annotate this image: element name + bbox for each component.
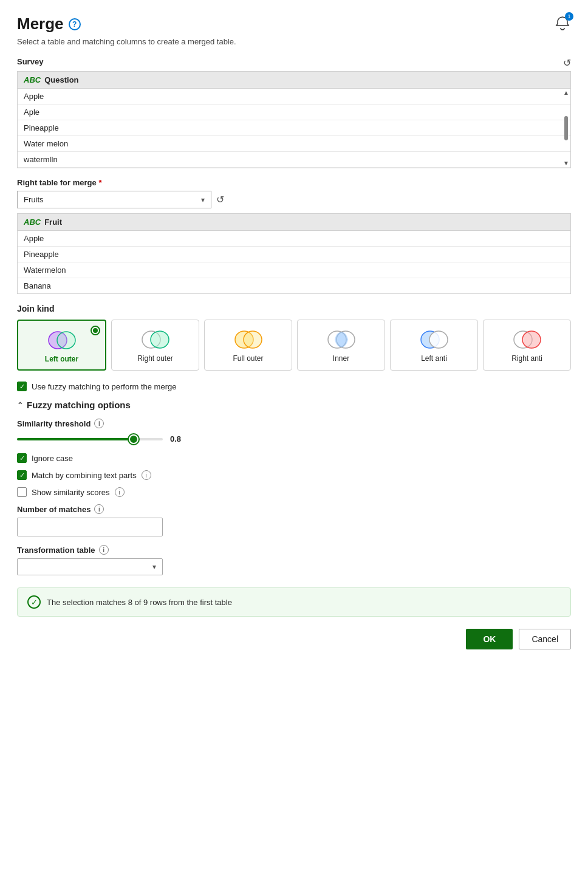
fuzzy-matching-label: Use fuzzy matching to perform the merge <box>32 382 176 391</box>
fuzzy-matching-row: Use fuzzy matching to perform the merge <box>17 382 571 391</box>
join-option-full-outer[interactable]: Full outer <box>204 320 292 371</box>
inner-icon <box>326 329 357 351</box>
table-row: Pineapple <box>18 120 570 136</box>
join-option-right-anti[interactable]: Right anti <box>483 320 571 371</box>
join-left-outer-label: Left outer <box>45 355 78 363</box>
right-table-label: Right table for merge * <box>17 178 571 187</box>
join-option-inner[interactable]: Inner <box>297 320 385 371</box>
scroll-bar[interactable]: ▲ ▼ <box>563 89 569 168</box>
survey-label: Survey <box>17 57 43 66</box>
notification-icon[interactable]: 1 <box>554 15 571 33</box>
right-col-name: Fruit <box>44 217 62 227</box>
survey-table-header: ABC Question <box>18 72 570 89</box>
join-kind-label: Join kind <box>17 304 571 313</box>
right-anti-icon <box>511 329 543 351</box>
survey-col-name: Question <box>44 75 78 84</box>
scroll-thumb[interactable] <box>564 116 568 140</box>
fuzzy-section-title: ⌃ Fuzzy matching options <box>17 400 571 410</box>
table-row: Aple <box>18 104 570 120</box>
right-table-dropdown-row: Fruits ▾ ↺ <box>17 191 571 208</box>
button-row: OK Cancel <box>17 629 571 649</box>
right-table-selected: Fruits <box>24 195 44 204</box>
scroll-down-arrow[interactable]: ▼ <box>563 160 569 166</box>
ignore-case-label: Ignore case <box>32 454 73 463</box>
right-table-dropdown[interactable]: Fruits ▾ <box>17 191 211 208</box>
header: Merge ? 1 <box>17 15 571 33</box>
page-title: Merge <box>17 15 64 33</box>
join-left-anti-label: Left anti <box>421 354 447 363</box>
transformation-label: Transformation table i <box>17 545 571 555</box>
transformation-info-icon[interactable]: i <box>99 545 109 555</box>
table-row: Water melon <box>18 136 570 152</box>
cancel-button[interactable]: Cancel <box>519 629 571 649</box>
right-table-refresh-icon[interactable]: ↺ <box>216 194 224 205</box>
table-row: watermlln <box>18 152 570 168</box>
svg-point-3 <box>151 331 169 348</box>
right-outer-icon <box>140 329 171 351</box>
survey-section-header: Survey ↺ <box>17 57 571 69</box>
table-row: Watermelon <box>18 262 570 278</box>
join-option-right-outer[interactable]: Right outer <box>111 320 199 371</box>
full-outer-icon <box>233 329 264 351</box>
slider-row: 0.8 <box>17 434 571 443</box>
show-similarity-info-icon[interactable]: i <box>115 487 125 497</box>
join-right-outer-label: Right outer <box>137 354 173 363</box>
join-inner-label: Inner <box>333 354 349 363</box>
join-options: Left outer Right outer Full outer <box>17 320 571 371</box>
svg-point-11 <box>522 331 541 348</box>
table-row: Apple <box>18 231 570 247</box>
similarity-slider[interactable] <box>17 438 163 440</box>
status-banner: ✓ The selection matches 8 of 9 rows from… <box>17 587 571 617</box>
join-right-anti-label: Right anti <box>511 354 542 363</box>
survey-refresh-icon[interactable]: ↺ <box>563 57 571 69</box>
table-row: Pineapple <box>18 247 570 262</box>
threshold-label: Similarity threshold i <box>17 419 571 428</box>
scroll-up-arrow[interactable]: ▲ <box>563 90 569 96</box>
status-check-icon: ✓ <box>27 595 41 609</box>
threshold-info-icon[interactable]: i <box>94 419 104 428</box>
match-combining-info-icon[interactable]: i <box>142 470 151 480</box>
title-area: Merge ? <box>17 15 81 33</box>
left-anti-icon <box>419 329 450 351</box>
left-outer-icon <box>46 329 78 351</box>
dropdown-arrow-icon: ▾ <box>201 196 205 204</box>
slider-thumb[interactable] <box>129 434 138 444</box>
slider-fill <box>17 438 134 440</box>
right-table-header: ABC Fruit <box>18 214 570 231</box>
chevron-down-icon: ⌃ <box>17 401 23 409</box>
svg-point-9 <box>429 331 448 348</box>
notification-badge: 1 <box>565 12 573 21</box>
match-combining-label: Match by combining text parts <box>32 471 137 480</box>
transformation-dropdown-arrow: ▾ <box>152 563 156 571</box>
subtitle: Select a table and matching columns to c… <box>17 37 571 46</box>
show-similarity-row: Show similarity scores i <box>17 487 571 497</box>
svg-point-5 <box>244 331 262 348</box>
ok-button[interactable]: OK <box>466 629 513 649</box>
survey-table: ABC Question Apple Aple Pineapple Water … <box>17 71 571 168</box>
ignore-case-row: Ignore case <box>17 453 571 463</box>
match-combining-checkbox[interactable] <box>17 470 27 480</box>
table-row: Banana <box>18 278 570 293</box>
join-option-left-anti[interactable]: Left anti <box>390 320 478 371</box>
show-similarity-checkbox[interactable] <box>17 487 27 497</box>
join-option-left-outer[interactable]: Left outer <box>17 320 106 371</box>
survey-scroll-area: Apple Aple Pineapple Water melon waterml… <box>18 89 570 168</box>
required-marker: * <box>98 178 101 187</box>
radio-left-outer <box>91 326 100 335</box>
table-row: Apple <box>18 89 570 104</box>
match-combining-row: Match by combining text parts i <box>17 470 571 480</box>
status-text: The selection matches 8 of 9 rows from t… <box>47 598 232 607</box>
right-table: ABC Fruit Apple Pineapple Watermelon Ban… <box>17 213 571 294</box>
help-icon[interactable]: ? <box>69 18 81 30</box>
slider-value: 0.8 <box>170 434 181 443</box>
right-col-type-icon: ABC <box>24 217 41 227</box>
transformation-dropdown[interactable]: ▾ <box>17 558 163 575</box>
num-matches-info-icon[interactable]: i <box>94 504 104 514</box>
survey-col-type-icon: ABC <box>24 75 41 84</box>
num-matches-label: Number of matches i <box>17 504 571 514</box>
num-matches-input[interactable] <box>17 518 163 536</box>
ignore-case-checkbox[interactable] <box>17 453 27 463</box>
fuzzy-matching-checkbox[interactable] <box>17 382 27 391</box>
svg-point-1 <box>57 332 75 349</box>
show-similarity-label: Show similarity scores <box>32 488 110 497</box>
